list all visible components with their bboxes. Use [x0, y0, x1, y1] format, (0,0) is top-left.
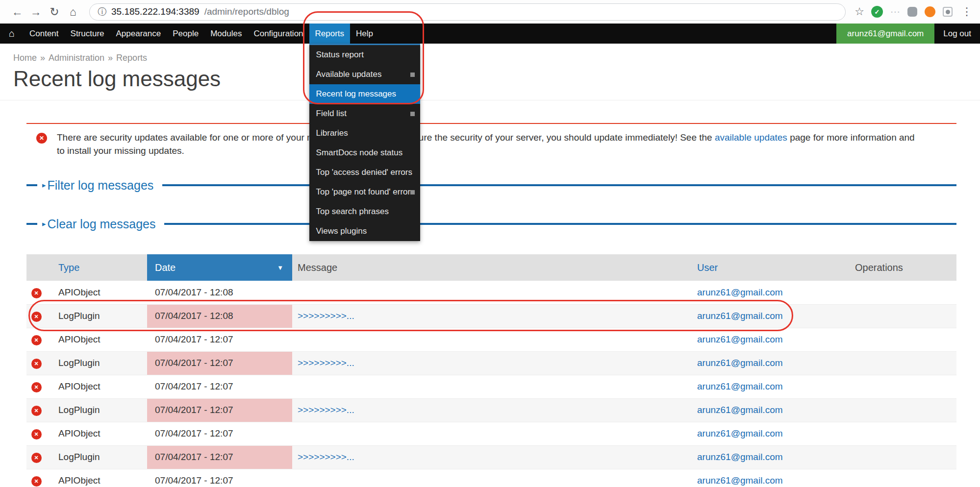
forward-icon[interactable]: → [28, 5, 43, 19]
dots-extension-icon[interactable]: ⋯ [889, 6, 901, 18]
url-path: /admin/reports/dblog [204, 6, 289, 17]
menu-item-smartdocs-node-status[interactable]: SmartDocs node status [309, 143, 420, 163]
log-message-link[interactable]: >>>>>>>>>... [292, 452, 354, 462]
log-message-link[interactable]: >>>>>>>>>... [292, 358, 354, 368]
breadcrumb-administration-link[interactable]: Administration [49, 53, 104, 63]
log-operations-cell [852, 398, 956, 422]
log-message-link[interactable] [292, 475, 298, 486]
log-operations-cell [852, 328, 956, 351]
admin-toolbar: ⌂ Content Structure Appearance People Mo… [0, 24, 980, 44]
toolbar-item-people[interactable]: People [167, 24, 204, 44]
breadcrumb-home-link[interactable]: Home [13, 53, 37, 63]
breadcrumb-separator: » [108, 53, 113, 63]
error-message-text: There are security updates available for… [57, 131, 922, 157]
toolbar-item-content[interactable]: Content [24, 24, 65, 44]
menu-item-status-report[interactable]: Status report [309, 45, 420, 65]
log-message-link[interactable] [292, 334, 298, 344]
log-message-link[interactable] [292, 428, 298, 438]
account-link[interactable]: arunz61@gmail.com [836, 24, 934, 44]
menu-item-views-plugins[interactable]: Views plugins [309, 221, 420, 241]
reports-dropdown-menu: Status report Available updates Recent l… [309, 44, 420, 241]
fieldset-border-line [162, 184, 956, 186]
toolbar-item-appearance[interactable]: Appearance [110, 24, 167, 44]
log-message-link[interactable]: >>>>>>>>>... [292, 311, 354, 321]
log-message-link[interactable] [292, 287, 298, 297]
user-column-header: User [692, 254, 852, 281]
toolbar-item-help[interactable]: Help [350, 24, 379, 44]
message-column-header: Message [292, 254, 692, 281]
log-messages-table: Type Date ▼ Message User Operations ✕ AP… [26, 254, 956, 487]
log-type-cell: APIObject [46, 422, 147, 445]
log-date-cell: 07/04/2017 - 12:07 [147, 375, 292, 398]
log-date-cell: 07/04/2017 - 12:07 [147, 422, 292, 445]
bookmark-star-icon[interactable]: ☆ [854, 5, 864, 18]
logout-link[interactable]: Log out [934, 24, 980, 44]
screen: ← → ↻ ⌂ ⓘ 35.185.222.194:3389 /admin/rep… [0, 0, 980, 487]
log-user-link[interactable]: arunz61@gmail.com [692, 428, 783, 438]
menu-item-recent-log-messages[interactable]: Recent log messages [309, 84, 420, 104]
toolbar-item-reports[interactable]: Reports Status report Available updates … [309, 24, 351, 44]
log-user-link[interactable]: arunz61@gmail.com [692, 287, 783, 297]
toolbar-item-structure[interactable]: Structure [65, 24, 110, 44]
collapsed-arrow-icon: ▸ [42, 219, 46, 228]
reload-icon[interactable]: ↻ [47, 5, 62, 19]
toolbar-item-modules[interactable]: Modules [204, 24, 248, 44]
clear-log-messages-fieldset: ▸ Clear log messages [26, 216, 956, 232]
menu-item-available-updates[interactable]: Available updates [309, 65, 420, 84]
back-icon[interactable]: ← [10, 5, 25, 19]
log-user-link[interactable]: arunz61@gmail.com [692, 358, 783, 368]
browser-menu-icon[interactable]: ⋮ [961, 5, 972, 18]
menu-item-top-access-denied-errors[interactable]: Top 'access denied' errors [309, 163, 420, 182]
fieldset-border-dash [26, 184, 37, 186]
log-operations-cell [852, 351, 956, 375]
page-header: Home»Administration»Reports Recent log m… [0, 44, 980, 100]
filter-log-messages-legend[interactable]: Filter log messages [48, 178, 154, 193]
menu-item-libraries[interactable]: Libraries [309, 123, 420, 143]
sort-by-type-link[interactable]: Type [46, 262, 79, 273]
table-row: ✕ APIObject 07/04/2017 - 12:08 arunz61@g… [26, 281, 956, 304]
log-operations-cell [852, 422, 956, 445]
toolbar-item-reports-label: Reports [315, 29, 345, 39]
fieldset-border-line [164, 223, 956, 225]
orange-extension-icon[interactable] [924, 6, 936, 18]
admin-home-icon[interactable]: ⌂ [0, 24, 24, 44]
log-message-link[interactable] [292, 381, 298, 391]
address-bar[interactable]: ⓘ 35.185.222.194:3389 /admin/reports/dbl… [89, 3, 846, 21]
sort-descending-icon: ▼ [277, 264, 283, 271]
fieldset-border-dash [26, 223, 37, 225]
date-column-header: Date ▼ [147, 254, 292, 281]
breadcrumb-reports-link[interactable]: Reports [116, 53, 147, 63]
info-icon[interactable]: ⓘ [98, 6, 106, 18]
light-extension-icon[interactable] [942, 6, 954, 18]
error-messages-region: ✕ There are security updates available f… [26, 123, 956, 162]
error-status-icon: ✕ [31, 359, 42, 369]
menu-item-top-search-phrases[interactable]: Top search phrases [309, 202, 420, 221]
menu-item-label: Top 'page not found' errors [316, 187, 415, 196]
filter-log-messages-fieldset: ▸ Filter log messages [26, 177, 956, 194]
gray-extension-icon[interactable] [906, 6, 918, 18]
clear-log-messages-legend[interactable]: Clear log messages [48, 217, 156, 231]
log-user-link[interactable]: arunz61@gmail.com [692, 334, 783, 344]
menu-item-label: Available updates [316, 70, 382, 79]
check-extension-icon[interactable]: ✓ [871, 6, 883, 18]
log-user-link[interactable]: arunz61@gmail.com [692, 452, 783, 462]
log-user-link[interactable]: arunz61@gmail.com [692, 405, 783, 415]
log-user-link[interactable]: arunz61@gmail.com [692, 475, 783, 486]
sort-by-date-active[interactable]: Date ▼ [147, 254, 292, 281]
log-type-cell: APIObject [46, 469, 147, 487]
log-user-link[interactable]: arunz61@gmail.com [692, 381, 783, 391]
log-date-cell-highlighted: 07/04/2017 - 12:07 [147, 398, 292, 422]
url-host: 35.185.222.194:3389 [111, 6, 200, 17]
menu-item-field-list[interactable]: Field list [309, 104, 420, 123]
error-status-icon: ✕ [31, 335, 42, 345]
home-icon[interactable]: ⌂ [66, 5, 80, 19]
table-row: ✕ APIObject 07/04/2017 - 12:07 arunz61@g… [26, 375, 956, 398]
error-status-icon: ✕ [31, 429, 42, 439]
toolbar-item-configuration[interactable]: Configuration [248, 24, 309, 44]
available-updates-link[interactable]: available updates [715, 132, 787, 143]
log-user-link[interactable]: arunz61@gmail.com [692, 311, 783, 321]
menu-item-top-page-not-found-errors[interactable]: Top 'page not found' errors [309, 182, 420, 202]
log-message-link[interactable]: >>>>>>>>>... [292, 405, 354, 415]
sort-by-user-link[interactable]: User [692, 262, 718, 273]
log-date-cell-highlighted: 07/04/2017 - 12:07 [147, 445, 292, 469]
